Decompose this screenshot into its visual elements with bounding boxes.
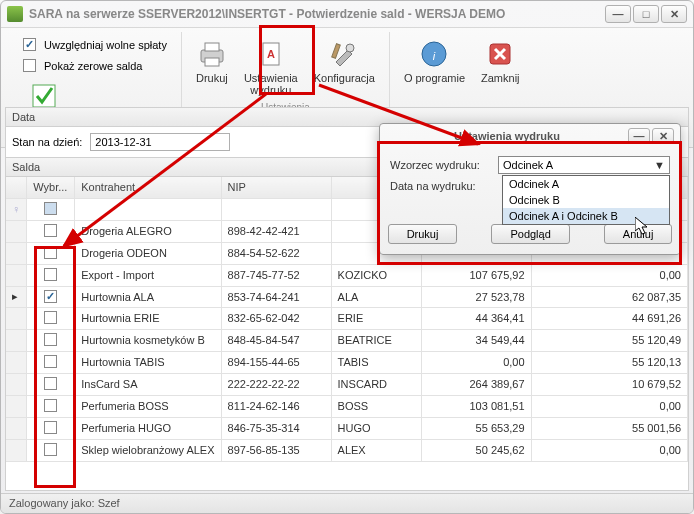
table-row[interactable]: Sklep wielobranżowy ALEX897-56-85-135ALE…	[6, 439, 688, 461]
col-nip[interactable]: NIP	[221, 177, 331, 198]
cell-skrot: INSCARD	[331, 373, 421, 395]
svg-rect-2	[205, 43, 219, 51]
svg-rect-7	[332, 44, 341, 59]
print-settings-dialog: Ustawienia wydruku — ✕ Wzorzec wydruku: …	[379, 123, 681, 255]
row-checkbox[interactable]	[44, 443, 57, 456]
app-icon	[7, 6, 23, 22]
dialog-podglad-button[interactable]: Podgląd	[491, 224, 569, 244]
table-row[interactable]: InsCard SA222-222-22-22INSCARD264 389,67…	[6, 373, 688, 395]
cell-a: 0,00	[421, 351, 531, 373]
cell-skrot: KOZICKO	[331, 264, 421, 286]
close-icon	[484, 38, 516, 70]
cell-nip: 897-56-85-135	[221, 439, 331, 461]
table-row[interactable]: ▸Hurtownia ALA853-74-64-241ALA27 523,786…	[6, 286, 688, 307]
row-checkbox[interactable]	[44, 355, 57, 368]
dialog-close-button[interactable]: ✕	[652, 128, 674, 144]
cell-a: 27 523,78	[421, 286, 531, 307]
col-kontrahent[interactable]: Kontrahent	[75, 177, 221, 198]
checkbox-icon[interactable]	[23, 59, 36, 72]
cell-a: 50 245,62	[421, 439, 531, 461]
row-checkbox[interactable]	[44, 268, 57, 281]
konfiguracja-button[interactable]: Konfiguracja	[306, 34, 383, 100]
svg-point-6	[346, 44, 354, 52]
cell-b: 10 679,52	[531, 373, 687, 395]
cell-kontrahent: Hurtownia kosmetyków B	[75, 329, 221, 351]
cell-skrot: ERIE	[331, 307, 421, 329]
cell-a: 103 081,51	[421, 395, 531, 417]
statusbar: Zalogowany jako: Szef	[1, 493, 693, 513]
wzorzec-label: Wzorzec wydruku:	[390, 159, 492, 171]
cell-b: 0,00	[531, 439, 687, 461]
svg-text:A: A	[267, 48, 275, 60]
dropdown-option[interactable]: Odcinek A	[503, 176, 669, 192]
cell-nip: 848-45-84-547	[221, 329, 331, 351]
cell-skrot: ALEX	[331, 439, 421, 461]
table-row[interactable]: Perfumeria HUGO846-75-35-314HUGO55 653,2…	[6, 417, 688, 439]
tools-icon	[328, 38, 360, 70]
dialog-title: Ustawienia wydruku	[386, 130, 628, 142]
row-checkbox[interactable]	[44, 290, 57, 303]
cell-nip: 887-745-77-52	[221, 264, 331, 286]
opt-zerowe-salda[interactable]: Pokaż zerowe salda	[23, 59, 167, 72]
row-checkbox[interactable]	[44, 246, 57, 259]
row-checkbox[interactable]	[44, 377, 57, 390]
table-row[interactable]: Hurtownia ERIE832-65-62-042ERIE44 364,41…	[6, 307, 688, 329]
ustawienia-wydruku-button[interactable]: A Ustawienia wydruku	[236, 34, 306, 100]
status-text: Zalogowany jako: Szef	[9, 497, 120, 509]
cell-nip: 222-222-22-22	[221, 373, 331, 395]
minimize-button[interactable]: —	[605, 5, 631, 23]
wzorzec-dropdown[interactable]: Odcinek AOdcinek BOdcinek A i Odcinek B	[502, 175, 670, 225]
date-input[interactable]: 2013-12-31	[90, 133, 230, 151]
row-checkbox[interactable]	[44, 224, 57, 237]
table-row[interactable]: Export - Import887-745-77-52KOZICKO107 6…	[6, 264, 688, 286]
zamknij-button[interactable]: Zamknij	[473, 34, 528, 88]
cell-nip: 884-54-52-622	[221, 242, 331, 264]
opt-label: Uwzględniaj wolne spłaty	[44, 39, 167, 51]
dialog-anuluj-button[interactable]: Anuluj	[604, 224, 673, 244]
cell-nip: 853-74-64-241	[221, 286, 331, 307]
cell-a: 107 675,92	[421, 264, 531, 286]
filter-checkbox[interactable]	[44, 202, 57, 215]
wzorzec-combo[interactable]: Odcinek A ▼	[498, 156, 670, 174]
cell-skrot: BOSS	[331, 395, 421, 417]
table-row[interactable]: Perfumeria BOSS811-24-62-146BOSS103 081,…	[6, 395, 688, 417]
main-window: SARA na serwerze SSERVER2012\INSERTGT - …	[0, 0, 694, 514]
opt-wolne-splaty[interactable]: Uwzględniaj wolne spłaty	[23, 38, 167, 51]
table-row[interactable]: Hurtownia TABIS894-155-44-65TABIS0,0055 …	[6, 351, 688, 373]
cell-kontrahent: Hurtownia ALA	[75, 286, 221, 307]
cell-b: 44 691,26	[531, 307, 687, 329]
dropdown-option[interactable]: Odcinek B	[503, 192, 669, 208]
opt-label: Pokaż zerowe salda	[44, 60, 142, 72]
cell-kontrahent: Perfumeria BOSS	[75, 395, 221, 417]
close-button[interactable]: ✕	[661, 5, 687, 23]
cell-kontrahent: Hurtownia TABIS	[75, 351, 221, 373]
dialog-drukuj-button[interactable]: Drukuj	[388, 224, 458, 244]
row-checkbox[interactable]	[44, 333, 57, 346]
maximize-button[interactable]: □	[633, 5, 659, 23]
col-wybr[interactable]: Wybr...	[27, 177, 75, 198]
row-checkbox[interactable]	[44, 421, 57, 434]
cell-kontrahent: InsCard SA	[75, 373, 221, 395]
cell-skrot: TABIS	[331, 351, 421, 373]
dialog-titlebar: Ustawienia wydruku — ✕	[380, 124, 680, 148]
checkbox-icon[interactable]	[23, 38, 36, 51]
printer-icon	[196, 38, 228, 70]
dropdown-option[interactable]: Odcinek A i Odcinek B	[503, 208, 669, 224]
cell-nip: 811-24-62-146	[221, 395, 331, 417]
drukuj-button[interactable]: Drukuj	[188, 34, 236, 100]
cell-a: 34 549,44	[421, 329, 531, 351]
titlebar: SARA na serwerze SSERVER2012\INSERTGT - …	[1, 1, 693, 27]
cell-skrot: HUGO	[331, 417, 421, 439]
cell-nip: 894-155-44-65	[221, 351, 331, 373]
o-programie-button[interactable]: i O programie	[396, 34, 473, 88]
table-row[interactable]: Hurtownia kosmetyków B848-45-84-547BEATR…	[6, 329, 688, 351]
row-checkbox[interactable]	[44, 311, 57, 324]
cell-nip: 846-75-35-314	[221, 417, 331, 439]
cell-a: 55 653,29	[421, 417, 531, 439]
cell-kontrahent: Drogeria ODEON	[75, 242, 221, 264]
page-setup-icon: A	[255, 38, 287, 70]
data-wydruku-label: Data na wydruku:	[390, 180, 492, 192]
dialog-minimize-button[interactable]: —	[628, 128, 650, 144]
cell-b: 0,00	[531, 264, 687, 286]
row-checkbox[interactable]	[44, 399, 57, 412]
